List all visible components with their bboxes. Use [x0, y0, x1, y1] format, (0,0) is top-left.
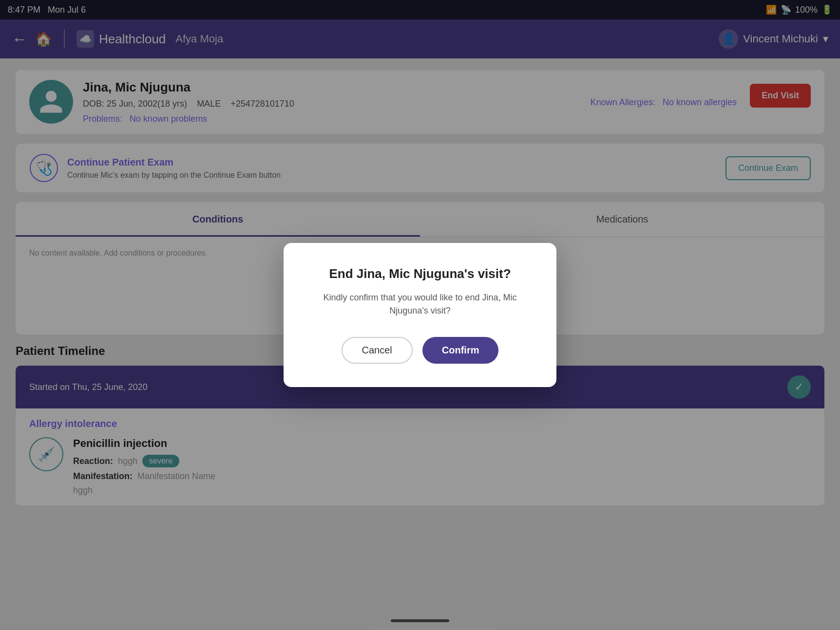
modal-actions: Cancel Confirm [313, 337, 527, 364]
cancel-button[interactable]: Cancel [342, 337, 413, 364]
modal-overlay: End Jina, Mic Njuguna's visit? Kindly co… [0, 0, 840, 630]
modal-dialog: End Jina, Mic Njuguna's visit? Kindly co… [284, 243, 556, 387]
modal-title: End Jina, Mic Njuguna's visit? [313, 266, 527, 281]
modal-body: Kindly confirm that you would like to en… [313, 291, 527, 317]
confirm-button[interactable]: Confirm [422, 337, 499, 364]
